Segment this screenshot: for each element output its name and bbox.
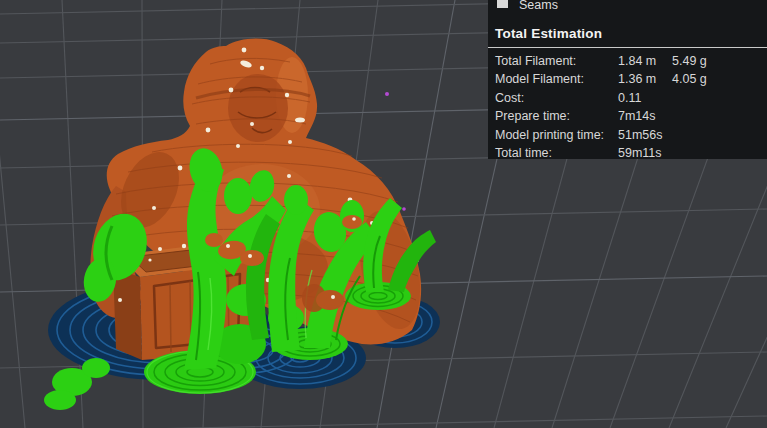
seams-color-swatch	[497, 0, 508, 8]
estimation-rows: Total Filament: 1.84 m 5.49 g Model Fila…	[495, 52, 767, 162]
estimation-row-total-filament: Total Filament: 1.84 m 5.49 g	[495, 52, 767, 70]
total-estimation-panel: Seams Total Estimation Total Filament: 1…	[488, 0, 767, 159]
estimation-row-model-filament: Model Filament: 1.36 m 4.05 g	[495, 70, 767, 88]
estimation-title: Total Estimation	[495, 26, 767, 41]
estimation-row-model-printing-time: Model printing time: 51m56s	[495, 126, 767, 144]
custom-paint-speck	[385, 92, 389, 96]
estimation-row-cost: Cost: 0.11	[495, 89, 767, 107]
panel-divider	[488, 47, 767, 48]
estimation-row-prepare-time: Prepare time: 7m14s	[495, 107, 767, 125]
slicer-preview-window: Seams Total Estimation Total Filament: 1…	[0, 0, 767, 428]
custom-paint-speck	[402, 207, 406, 211]
legend-item-seams[interactable]: Seams	[495, 0, 767, 12]
seams-legend-label: Seams	[519, 0, 558, 12]
estimation-row-total-time: Total time: 59m11s	[495, 144, 767, 162]
